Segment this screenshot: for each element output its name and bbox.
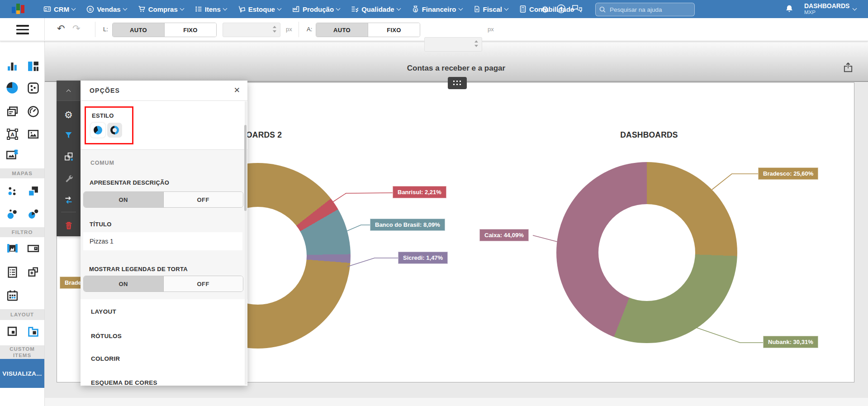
slice-label-nubank[interactable]: Nubank: 30,31% (763, 336, 818, 348)
donut-chart-right[interactable] (556, 162, 737, 343)
visualize-button[interactable]: VISUALIZA... (0, 359, 44, 388)
collapse-button[interactable] (57, 81, 81, 101)
toolbar-divider (299, 22, 299, 37)
drag-handle[interactable] (448, 77, 467, 89)
widget-map-bubbles[interactable] (5, 206, 20, 221)
menu-crm[interactable]: CRM (43, 5, 75, 13)
undo-icon[interactable]: ↶ (57, 23, 65, 34)
menu-itens[interactable]: Itens (195, 5, 227, 13)
widget-map-layers[interactable] (25, 184, 41, 198)
app-logo-icon[interactable] (12, 4, 25, 15)
accordion-layout[interactable]: LAYOUT (81, 299, 247, 325)
widget-map-points[interactable] (5, 184, 20, 198)
width-mode-label: L: (103, 26, 108, 33)
widget-pie-chart[interactable] (5, 81, 20, 95)
width-auto-button[interactable]: AUTO (113, 23, 164, 37)
widget-calendar-filter[interactable] (5, 288, 20, 303)
slice-label-banco-do-brasil[interactable]: Banco do Brasil: 8,09% (370, 219, 445, 231)
menu-fiscal[interactable]: Fiscal (474, 5, 508, 13)
widget-list-filter[interactable] (5, 265, 20, 279)
toggle-off-button[interactable]: OFF (164, 192, 243, 207)
help-icon[interactable]: ? (556, 4, 566, 14)
menu-financeiro[interactable]: $ Financeiro (412, 5, 462, 13)
stepper-arrows[interactable] (474, 40, 478, 47)
menu-compras[interactable]: Compras (138, 5, 184, 13)
widget-dashboard-tiles[interactable] (25, 59, 41, 73)
height-mode-toggle: AUTO FIXO (316, 23, 420, 37)
redo-icon[interactable]: ↷ (72, 23, 81, 34)
menu-contabilidade[interactable]: Contabilidade (519, 5, 580, 13)
widget-dropdown-filter[interactable] (25, 241, 41, 255)
options-panel-header: OPÇÕES ✕ (81, 81, 247, 101)
width-fixo-button[interactable]: FIXO (164, 23, 216, 37)
toolbar-divider (95, 22, 95, 37)
slice-label-caixa[interactable]: Caixa: 44,09% (479, 229, 529, 241)
chat-icon[interactable] (572, 5, 583, 14)
contabilidade-icon (519, 5, 526, 13)
export-share-icon[interactable] (842, 62, 854, 75)
section-header-layout: LAYOUT (0, 309, 44, 320)
search-input[interactable] (609, 6, 678, 14)
common-section: COMUM APRESENTAR DESCRIÇÃO ON OFF TÍTULO… (81, 149, 247, 300)
panel-scrollbar[interactable] (245, 101, 247, 385)
widget-image[interactable] (25, 127, 41, 141)
crm-icon (43, 5, 51, 13)
widget-range-filter[interactable] (5, 241, 20, 255)
style-pie-button[interactable] (90, 123, 105, 138)
toggle-on-button[interactable]: ON (84, 192, 164, 207)
menu-producao[interactable]: Produção (292, 5, 340, 13)
height-fixo-button[interactable]: FIXO (368, 23, 420, 37)
canvas-bottom-strip (44, 398, 868, 406)
widget-image-data[interactable] (5, 148, 20, 162)
accordion-esquema-de-cores[interactable]: ESQUEMA DE CORES (81, 371, 247, 386)
widget-kpi-cards[interactable] (5, 104, 20, 119)
widget-wrench-icon[interactable] (57, 170, 81, 186)
height-auto-button[interactable]: AUTO (316, 23, 368, 37)
height-px-label: px (488, 26, 494, 33)
slice-label-sicredi[interactable]: Sicredi: 1,47% (398, 252, 448, 264)
svg-text:S: S (89, 6, 91, 11)
settings-gear-icon[interactable]: ⚙ (541, 4, 549, 15)
help-search[interactable] (595, 3, 695, 16)
style-donut-button[interactable] (107, 123, 122, 138)
widget-map-bubble-pie[interactable] (25, 206, 41, 221)
options-panel: OPÇÕES ✕ ESTILO COMUM APRESENTAR DESCRIÇ… (81, 81, 247, 386)
titulo-input[interactable] (83, 232, 242, 250)
titulo-label: TÍTULO (90, 221, 112, 228)
apresentar-descricao-toggle: ON OFF (83, 191, 243, 208)
slice-label-bradesco[interactable]: Bradesco: 25,60% (758, 167, 818, 180)
widget-text-box[interactable]: A (5, 127, 20, 141)
chevron-down-icon (277, 6, 281, 11)
widget-action-toolbar: ⚙ (57, 81, 81, 236)
accordion-colorir[interactable]: COLORIR (81, 346, 247, 372)
slice-label-banrisul[interactable]: Banrisul: 2,21% (393, 186, 446, 198)
workspace-switcher[interactable]: DASHBOARDS MXP (804, 2, 856, 15)
donut-style-icon (110, 126, 119, 134)
hamburger-menu-icon[interactable] (16, 25, 29, 37)
apresentar-descricao-label: APRESENTAR DESCRIÇÃO (90, 179, 169, 186)
widget-filter-icon[interactable] (57, 127, 81, 143)
toggle-on-button[interactable]: ON (84, 276, 164, 291)
widget-gauge[interactable] (25, 104, 41, 119)
widget-overlap-frames[interactable] (5, 324, 20, 339)
widget-scatter-plot[interactable] (25, 81, 41, 95)
toggle-off-button[interactable]: OFF (164, 276, 243, 291)
menu-qualidade[interactable]: Qualidade (351, 5, 400, 13)
stepper-arrows[interactable] (273, 26, 276, 33)
widget-bar-chart[interactable] (5, 59, 20, 73)
width-value-input[interactable] (226, 25, 268, 35)
widget-frame-add-filter[interactable] (25, 265, 41, 279)
widget-resize-icon[interactable] (57, 148, 81, 165)
accordion-rotulos[interactable]: RÓTULOS (81, 325, 247, 347)
qualidade-icon (351, 5, 359, 13)
height-value-input[interactable] (427, 39, 470, 49)
svg-text:?: ? (560, 6, 563, 12)
close-icon[interactable]: ✕ (234, 86, 240, 95)
widget-swap-icon[interactable] (57, 192, 81, 208)
menu-vendas[interactable]: S Vendas (86, 5, 127, 13)
notifications-bell-icon[interactable] (784, 4, 794, 14)
menu-estoque[interactable]: Estoque (238, 5, 281, 13)
widget-delete-trash-icon[interactable] (57, 217, 81, 234)
widget-tab-frame[interactable] (25, 324, 41, 339)
widget-settings-gear-icon[interactable]: ⚙ (57, 107, 81, 123)
